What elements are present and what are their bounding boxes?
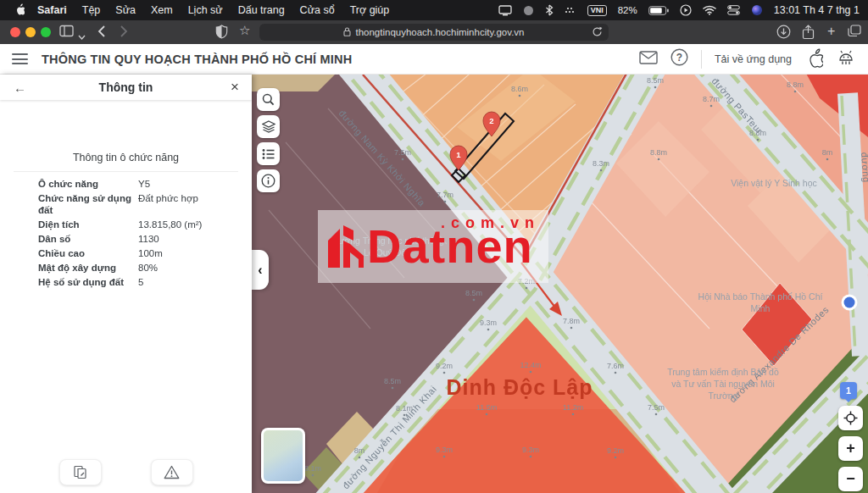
close-button[interactable]: [10, 27, 20, 37]
place-label: và Tư vấn Tài nguyên Môi: [671, 379, 775, 389]
header-divider: [701, 50, 702, 69]
locate-me-button[interactable]: [838, 406, 863, 430]
new-tab-icon[interactable]: +: [827, 24, 835, 39]
field-row: Mật độ xây dựng80%: [38, 262, 243, 274]
map-search-button[interactable]: [257, 88, 280, 111]
zoom-button[interactable]: [41, 27, 51, 37]
battery-percent[interactable]: 82%: [618, 5, 637, 15]
input-source-badge[interactable]: VNI: [587, 5, 607, 16]
field-row: Diện tích13.815,80 (m²): [38, 219, 243, 230]
measurement-label: 7.7m: [437, 191, 453, 199]
display-icon[interactable]: [498, 5, 512, 16]
play-circle-icon[interactable]: [680, 4, 692, 16]
panel-back-icon[interactable]: ←: [14, 80, 26, 95]
layers-icon: [262, 120, 275, 133]
hamburger-menu-icon[interactable]: [12, 53, 28, 64]
menu-item-xem[interactable]: Xem: [143, 4, 181, 16]
field-label: Mật độ xây dựng: [38, 262, 138, 274]
wifi-icon[interactable]: [703, 5, 716, 15]
place-label: Hội Nhà báo Thành phố Hồ Chí: [698, 291, 823, 302]
privacy-shield-icon[interactable]: [215, 25, 228, 42]
menu-item-dautrang[interactable]: Dấu trang: [231, 4, 292, 16]
input-dots-icon[interactable]: [565, 6, 576, 14]
measurement-label: 8.5m: [384, 377, 401, 385]
place-label: Minh: [751, 303, 771, 313]
menu-item-safari[interactable]: Safari: [30, 4, 75, 16]
measurement-label: 8.7m: [703, 95, 720, 103]
focus-mode-icon[interactable]: [523, 5, 534, 16]
measurement-label: 8.8m: [650, 148, 667, 157]
minimap[interactable]: [261, 428, 305, 484]
menu-item-lichsu[interactable]: Lịch sử: [181, 4, 231, 16]
place-label: Trường: [708, 391, 737, 401]
field-value: 1130: [138, 233, 243, 245]
mail-icon[interactable]: [639, 51, 658, 68]
measurement-label: 8.8m: [749, 129, 766, 137]
info-icon: [261, 174, 275, 188]
forward-icon[interactable]: [120, 25, 128, 42]
reload-icon[interactable]: [592, 26, 603, 39]
map-layers-button[interactable]: [257, 115, 280, 138]
chevron-down-icon[interactable]: [78, 28, 86, 43]
measurement-label: 8.5m: [465, 289, 482, 297]
measurement-label: 12.4m: [520, 361, 541, 369]
marker-count-badge[interactable]: 1: [840, 382, 857, 399]
section-divider: [14, 171, 238, 172]
minimize-button[interactable]: [25, 27, 36, 37]
apple-logo-icon[interactable]: [8, 3, 30, 18]
macos-menu-bar: Safari Tệp Sửa Xem Lịch sử Dấu trang Cửa…: [0, 0, 868, 20]
measurement-label: 9.3m: [436, 446, 453, 454]
map-legend-button[interactable]: [257, 142, 280, 165]
bluetooth-icon[interactable]: [545, 4, 554, 16]
collapse-panel-handle[interactable]: ‹: [252, 250, 269, 290]
field-label: Hệ số sử dụng đất: [38, 276, 138, 288]
page-title: THÔNG TIN QUY HOẠCH THÀNH PHỐ HỒ CHÍ MIN…: [42, 53, 352, 66]
assistant-dot-icon[interactable]: [751, 4, 763, 16]
field-label: Diện tích: [38, 219, 138, 230]
report-warning-icon: [164, 465, 180, 479]
watermark-suffix: .com.vn: [441, 214, 540, 232]
android-icon[interactable]: [836, 47, 856, 71]
share-icon[interactable]: [802, 25, 815, 43]
measurement-label: 8.1m: [396, 404, 413, 413]
sidebar-toggle-icon[interactable]: [59, 25, 74, 41]
control-center-icon[interactable]: [727, 5, 740, 15]
menu-item-trogiup[interactable]: Trợ giúp: [342, 4, 398, 16]
browser-toolbar: ☆ thongtinquyhoach.hochiminhcity.gov.vn …: [0, 20, 868, 45]
measurement-label: 7.5m: [394, 148, 411, 157]
measurement-label: 8.1m: [304, 464, 321, 473]
download-app-label[interactable]: Tải về ứng dụng: [715, 53, 792, 65]
legend-icon: [262, 148, 275, 160]
lock-icon: [343, 27, 351, 38]
field-value: 80%: [138, 262, 243, 274]
measurement-label: 7.5m: [648, 403, 665, 412]
panel-close-icon[interactable]: ×: [231, 79, 239, 96]
field-row: Dân số1130: [38, 233, 243, 245]
minimap-image: [264, 430, 303, 481]
zoom-out-button[interactable]: −: [838, 467, 863, 491]
download-icon[interactable]: [776, 25, 791, 42]
address-bar[interactable]: thongtinquyhoach.hochiminhcity.gov.vn: [259, 24, 609, 41]
map-info-button[interactable]: [257, 169, 280, 192]
content: ← Thông tin × Thông tin ô chức năng Ô ch…: [0, 75, 868, 493]
menubar-clock[interactable]: 13:01 Th 4 7 thg 1: [774, 4, 860, 16]
tabs-overview-icon[interactable]: [848, 25, 861, 41]
palace-label: Dinh Độc Lập: [446, 375, 593, 399]
measurement-label: 9.2m: [436, 362, 453, 370]
field-value: Đất phức hợp: [138, 192, 243, 217]
field-label: Dân số: [38, 233, 138, 245]
watermark: Datnen .com.vn: [318, 210, 548, 283]
apple-store-icon[interactable]: [804, 47, 823, 71]
help-icon[interactable]: ?: [670, 48, 688, 69]
report-warning-button[interactable]: [151, 459, 193, 485]
back-icon[interactable]: [97, 25, 106, 42]
battery-icon[interactable]: [648, 6, 669, 15]
menu-item-tep[interactable]: Tệp: [75, 4, 108, 16]
menu-item-cuaso[interactable]: Cửa sổ: [292, 4, 342, 16]
crosshair-icon: [843, 411, 858, 425]
export-doc-button[interactable]: [59, 459, 102, 485]
bookmark-star-icon[interactable]: ☆: [239, 23, 250, 38]
map-canvas[interactable]: đường Nam Kỳ Khởi Nghĩa đường PasTeur đư…: [252, 75, 868, 493]
menu-item-sua[interactable]: Sửa: [108, 4, 143, 16]
zoom-in-button[interactable]: +: [838, 436, 863, 461]
